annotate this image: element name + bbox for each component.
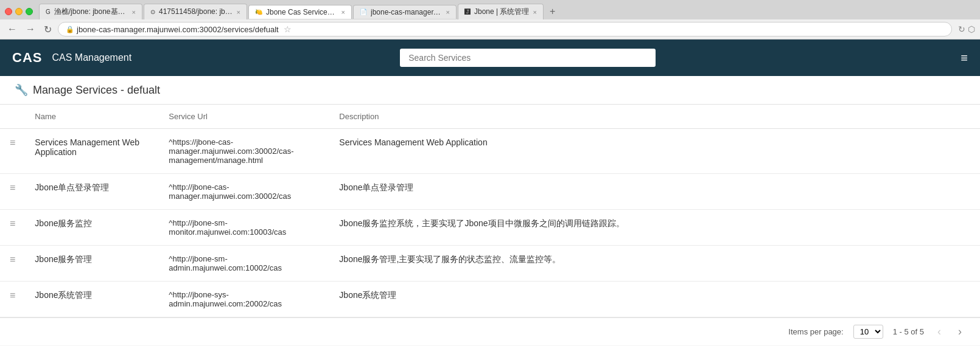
- row-handle-4[interactable]: ≡: [0, 282, 25, 317]
- table-row: ≡ Jbone服务监控 ^http://jbone-sm-monitor.maj…: [0, 210, 980, 246]
- row-desc-3: Jbone服务管理,主要实现了服务的状态监控、流量监控等。: [329, 246, 980, 282]
- page-content: 🔧 Manage Services - defualt Name Service…: [0, 76, 980, 345]
- services-table: Name Service Url Description ≡ Services …: [0, 105, 980, 317]
- new-tab-button[interactable]: +: [545, 4, 560, 19]
- row-desc-2: Jbone服务监控系统，主要实现了Jbone项目中微服务之间的调用链路跟踪。: [329, 210, 980, 246]
- row-handle-2[interactable]: ≡: [0, 210, 25, 246]
- tab-favicon-3: 🍋: [255, 9, 262, 15]
- row-handle-1[interactable]: ≡: [0, 174, 25, 210]
- row-url-0: ^https://jbone-cas-manager.majunwei.com:…: [159, 129, 329, 174]
- col-header-name: Name: [25, 105, 159, 129]
- tab-close-4[interactable]: ×: [446, 9, 450, 16]
- app-header: CAS CAS Management ≡: [0, 40, 980, 76]
- app-title: CAS Management: [52, 52, 131, 63]
- bookmark-icon[interactable]: ☆: [284, 24, 292, 34]
- browser-tab-2[interactable]: ⊙ 417511458/jbone: jbone基于Sp... ×: [144, 4, 247, 19]
- cas-logo: CAS: [12, 50, 42, 66]
- tab-close-1[interactable]: ×: [132, 9, 136, 16]
- table-row: ≡ Jbone系统管理 ^http://jbone-sys-admin.maju…: [0, 282, 980, 317]
- items-per-page-label: Items per page:: [788, 327, 843, 336]
- tab-title-3: Jbone Cas Services Managem...: [266, 8, 338, 16]
- row-url-2: ^http://jbone-sm-monitor.majunwei.com:10…: [159, 210, 329, 246]
- table-row: ≡ Services Management Web Application ^h…: [0, 129, 980, 174]
- address-text: jbone-cas-manager.majunwei.com:30002/ser…: [77, 25, 279, 34]
- row-url-4: ^http://jbone-sys-admin.majunwei.com:200…: [159, 282, 329, 317]
- hamburger-menu-button[interactable]: ≡: [961, 51, 968, 65]
- tab-bar: G 渔樵/jbone: jbone基于Spring C... × ⊙ 41751…: [0, 0, 980, 19]
- browser-tab-3[interactable]: 🍋 Jbone Cas Services Managem... ×: [248, 5, 352, 19]
- row-desc-0: Services Management Web Application: [329, 129, 980, 174]
- tab-title-1: 渔樵/jbone: jbone基于Spring C...: [54, 7, 128, 17]
- tab-favicon-4: 📄: [360, 9, 367, 15]
- tab-favicon-5: 🅹: [464, 9, 471, 15]
- row-handle-3[interactable]: ≡: [0, 246, 25, 282]
- browser-tab-1[interactable]: G 渔樵/jbone: jbone基于Spring C... ×: [39, 4, 142, 19]
- tab-favicon-1: G: [46, 9, 51, 15]
- page-title-bar: 🔧 Manage Services - defualt: [0, 76, 980, 105]
- row-handle-0[interactable]: ≡: [0, 129, 25, 174]
- table-row: ≡ Jbone单点登录管理 ^http://jbone-cas-manager.…: [0, 174, 980, 210]
- col-header-url: Service Url: [159, 105, 329, 129]
- tab-title-5: Jbone | 系统管理: [474, 7, 529, 17]
- forward-button[interactable]: →: [23, 22, 38, 36]
- pagination-bar: Items per page: 10 25 50 1 - 5 of 5 ‹ ›: [0, 317, 980, 345]
- reload-button[interactable]: ↻: [41, 22, 54, 36]
- row-name-0: Services Management Web Application: [25, 129, 159, 174]
- browser-extensions: ↻ ⬡: [958, 24, 975, 34]
- row-name-1: Jbone单点登录管理: [25, 174, 159, 210]
- close-window-button[interactable]: [5, 8, 12, 15]
- browser-tab-5[interactable]: 🅹 Jbone | 系统管理 ×: [458, 4, 544, 19]
- row-desc-4: Jbone系统管理: [329, 282, 980, 317]
- row-name-4: Jbone系统管理: [25, 282, 159, 317]
- row-name-2: Jbone服务监控: [25, 210, 159, 246]
- traffic-lights: [5, 8, 33, 15]
- maximize-window-button[interactable]: [26, 8, 33, 15]
- col-header-handle: [0, 105, 25, 129]
- col-header-desc: Description: [329, 105, 980, 129]
- table-row: ≡ Jbone服务管理 ^http://jbone-sm-admin.majun…: [0, 246, 980, 282]
- row-name-3: Jbone服务管理: [25, 246, 159, 282]
- page-title: Manage Services - defualt: [33, 84, 160, 97]
- extension-icon: ↻: [958, 24, 965, 34]
- address-bar[interactable]: 🔒 jbone-cas-manager.majunwei.com:30002/s…: [58, 22, 952, 36]
- tab-title-2: 417511458/jbone: jbone基于Sp...: [159, 7, 233, 17]
- items-per-page-select[interactable]: 10 25 50: [853, 325, 883, 339]
- tab-favicon-2: ⊙: [150, 9, 155, 15]
- row-desc-1: Jbone单点登录管理: [329, 174, 980, 210]
- page-range: 1 - 5 of 5: [893, 327, 924, 336]
- prev-page-button[interactable]: ‹: [934, 324, 945, 339]
- tab-close-5[interactable]: ×: [533, 9, 536, 16]
- tab-close-2[interactable]: ×: [237, 9, 240, 16]
- lock-icon: 🔒: [66, 26, 74, 33]
- row-url-3: ^http://jbone-sm-admin.majunwei.com:1000…: [159, 246, 329, 282]
- extension-icon-2: ⬡: [968, 24, 975, 34]
- wrench-icon: 🔧: [15, 83, 28, 97]
- tab-close-3[interactable]: ×: [341, 9, 345, 16]
- tab-title-4: jbone-cas-manager.majunwei...: [371, 8, 443, 16]
- browser-chrome: G 渔樵/jbone: jbone基于Spring C... × ⊙ 41751…: [0, 0, 980, 40]
- minimize-window-button[interactable]: [15, 8, 23, 15]
- row-url-1: ^http://jbone-cas-manager.majunwei.com:3…: [159, 174, 329, 210]
- browser-tab-4[interactable]: 📄 jbone-cas-manager.majunwei... ×: [353, 5, 457, 19]
- back-button[interactable]: ←: [5, 22, 19, 36]
- next-page-button[interactable]: ›: [954, 324, 965, 339]
- search-input[interactable]: [400, 49, 656, 67]
- address-bar-row: ← → ↻ 🔒 jbone-cas-manager.majunwei.com:3…: [0, 19, 980, 39]
